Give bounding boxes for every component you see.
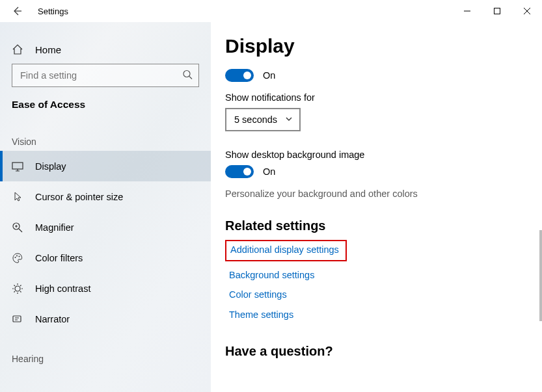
toggle-desktop-bg[interactable]	[225, 165, 254, 178]
home-label: Home	[35, 44, 61, 55]
maximize-icon	[494, 8, 500, 14]
sidebar-item-label: Display	[35, 161, 66, 172]
svg-point-4	[15, 257, 16, 258]
highlight-box: Additional display settings	[225, 240, 347, 261]
sidebar-item-high-contrast[interactable]: High contrast	[0, 273, 211, 304]
close-button[interactable]	[512, 0, 542, 22]
personalize-text: Personalize your background and other co…	[225, 189, 530, 199]
dropdown-value: 5 seconds	[234, 114, 277, 125]
palette-icon	[12, 252, 23, 264]
close-icon	[524, 8, 530, 14]
svg-point-5	[16, 255, 18, 256]
monitor-icon	[12, 161, 23, 172]
search-input[interactable]	[12, 64, 199, 87]
toggle-display-on[interactable]	[225, 69, 254, 82]
maximize-button[interactable]	[482, 0, 512, 22]
related-settings-heading: Related settings	[225, 218, 530, 233]
link-additional-display[interactable]: Additional display settings	[229, 242, 340, 257]
chevron-down-icon	[285, 114, 293, 125]
home-nav-item[interactable]: Home	[0, 35, 211, 64]
home-icon	[12, 44, 23, 55]
svg-rect-8	[13, 316, 21, 322]
window-controls	[452, 0, 542, 22]
sidebar-item-label: Narrator	[35, 314, 70, 324]
desktop-bg-label: Show desktop background image	[225, 150, 530, 160]
minimize-icon	[464, 8, 470, 14]
link-background-settings[interactable]: Background settings	[225, 265, 318, 285]
sidebar-item-cursor[interactable]: Cursor & pointer size	[0, 181, 211, 212]
sidebar-item-label: Cursor & pointer size	[35, 192, 123, 202]
toggle-desktop-bg-label: On	[263, 166, 275, 177]
svg-rect-2	[12, 163, 23, 169]
titlebar: Settings	[0, 0, 542, 22]
sidebar-item-label: Magnifier	[35, 222, 74, 233]
sidebar-item-color-filters[interactable]: Color filters	[0, 242, 211, 273]
group-label-hearing: Hearing	[0, 334, 211, 368]
scrollbar[interactable]	[539, 230, 542, 321]
svg-rect-0	[495, 8, 500, 14]
contrast-icon	[12, 283, 23, 294]
svg-point-6	[19, 255, 20, 257]
notifications-label: Show notifications for	[225, 92, 530, 103]
narrator-icon	[12, 313, 23, 325]
back-button[interactable]	[9, 3, 25, 19]
sidebar-item-label: Color filters	[35, 253, 83, 263]
sidebar-item-display[interactable]: Display	[0, 151, 211, 181]
svg-point-7	[15, 286, 20, 291]
magnifier-icon	[12, 222, 23, 233]
cursor-icon	[12, 191, 23, 203]
page-title: Display	[225, 35, 530, 57]
section-header: Ease of Access	[0, 95, 211, 117]
link-color-settings[interactable]: Color settings	[225, 285, 291, 305]
question-heading: Have a question?	[225, 344, 530, 359]
sidebar-item-magnifier[interactable]: Magnifier	[0, 212, 211, 242]
sidebar: Home Ease of Access Vision Display	[0, 22, 211, 392]
link-theme-settings[interactable]: Theme settings	[225, 305, 297, 325]
sidebar-item-narrator[interactable]: Narrator	[0, 304, 211, 334]
toggle-display-label: On	[263, 70, 275, 81]
sidebar-item-label: High contrast	[35, 283, 90, 294]
content-pane: Display On Show notifications for 5 seco…	[211, 22, 542, 392]
minimize-button[interactable]	[452, 0, 482, 22]
window-title: Settings	[38, 7, 68, 16]
notifications-dropdown[interactable]: 5 seconds	[225, 108, 301, 131]
group-label-vision: Vision	[0, 117, 211, 151]
back-arrow-icon	[12, 6, 22, 16]
